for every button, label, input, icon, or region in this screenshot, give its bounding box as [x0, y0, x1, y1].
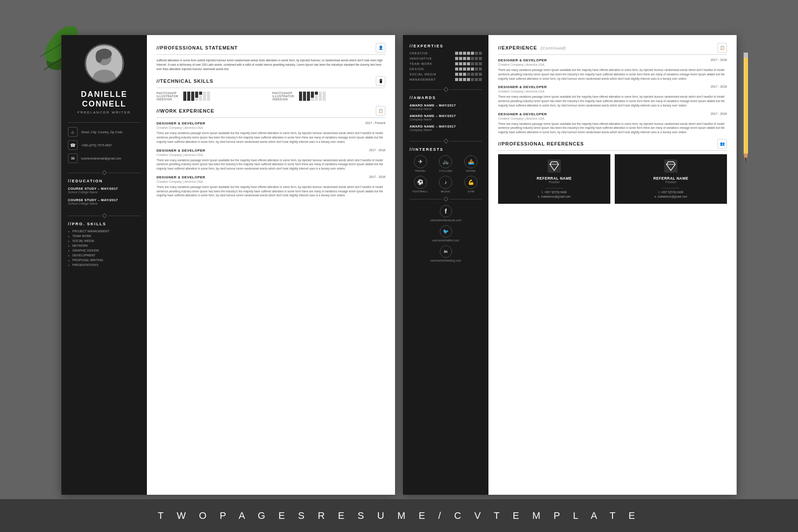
edot — [475, 52, 478, 55]
experience-icon: 📋 — [717, 43, 727, 53]
ref-phone-1: t. +097 5(578) 6489 — [538, 190, 571, 195]
ref-card-1: REFERRAL NAME Position t. +097 5(578) 64… — [498, 154, 610, 204]
job1-title: DESIGNER & DEVELOPER — [157, 121, 205, 125]
edot — [459, 52, 462, 55]
teamwork-label: TEAM WORK — [410, 62, 432, 65]
dot — [191, 92, 194, 95]
dot — [195, 92, 198, 95]
avatar — [85, 44, 124, 83]
ref-phone-2: t. +097 5(578) 6489 — [655, 190, 688, 195]
dot-empty — [199, 95, 202, 98]
pencil-decoration — [742, 53, 750, 167]
sidebar-page1: DANIELLE CONNELL FREELANCER WRITER ⌂ Str… — [61, 35, 147, 495]
interest-kayak: 🚣 KAYAK — [460, 155, 482, 172]
p2-job3-title: DESIGNER & DEVELOPER — [498, 112, 547, 116]
email-item: ✉ luisebranlaramail@gmail.com — [68, 153, 140, 163]
cycling-label: CYCLING — [439, 170, 452, 172]
expertise-creative: CREATIVE — [410, 52, 482, 55]
edot — [455, 67, 458, 71]
professional-statement-title: //PROFESSIONAL STATEMENT — [157, 45, 238, 50]
edot — [455, 73, 458, 76]
edot — [475, 73, 478, 76]
award-name-1: AWARD NAME – MAY/2017 — [410, 103, 482, 107]
interests-title: //INTERESTS — [410, 147, 482, 152]
skill-team-work: TEAM WORK — [68, 234, 140, 238]
skill-graphic-design: GRAPHIC DESIGN — [68, 249, 140, 252]
dot-empty — [315, 98, 318, 101]
phone-item: ☎ +060-(875)-7575-6997 — [68, 140, 140, 150]
dot-empty — [319, 98, 322, 101]
pro-skills-list: PROJECT MANAGEMENT TEAM WORK SOCIAL MEDI… — [68, 230, 140, 268]
diamond-divider-4 — [410, 139, 482, 143]
job1-company: Creative Company | America USA. — [157, 126, 385, 129]
ref-name-2: REFERRAL NAME — [653, 176, 688, 181]
job1-description: There are many variations passage lorem … — [157, 131, 385, 144]
references-icon: 👥 — [717, 139, 727, 149]
main-content-page2: //EXPERIENCE (Continued) 📋 DESIGNER & DE… — [488, 35, 737, 495]
ref-contact-2: t. +097 5(578) 6489 e. mailadress@gmail.… — [655, 190, 688, 199]
expertise-socialmedia: SOCIAL MEDIA — [410, 73, 482, 76]
job-title: FREELANCER WRITER — [78, 110, 131, 114]
ref-icon-2 — [664, 160, 677, 173]
illustrator-dots-2 — [299, 95, 326, 98]
dot — [307, 98, 310, 101]
edot — [471, 52, 474, 55]
dot — [199, 92, 202, 95]
edot — [471, 62, 474, 65]
dot — [195, 95, 198, 98]
ref-divider-2 — [662, 188, 680, 188]
job2-title: DESIGNER & DEVELOPER — [157, 149, 205, 153]
edot — [467, 52, 470, 55]
experience-subtitle: (Continued) — [541, 46, 566, 50]
edot — [463, 57, 466, 60]
expertise-innovative: INNOVATIVE — [410, 57, 482, 60]
edu-school-1: School College Name — [68, 191, 140, 194]
work-experience-header: //WORK EXPERIENCE 📋 — [157, 106, 385, 118]
edu-course-1: COURSE STUDY – MAY/2017 — [68, 187, 140, 191]
illustrator-dots-1 — [183, 95, 210, 98]
design-dots — [455, 67, 482, 71]
edot — [475, 67, 478, 71]
dot-empty — [195, 98, 198, 101]
dot — [307, 95, 310, 98]
edot — [455, 52, 458, 55]
page-1: DANIELLE CONNELL FREELANCER WRITER ⌂ Str… — [61, 35, 395, 495]
work-icon: 📋 — [376, 106, 385, 116]
management-label: MANAGEMENT — [410, 78, 436, 81]
football-icon: ⚽ — [414, 176, 427, 189]
technical-skills-title: //TECHNICAL SKILLS — [157, 78, 214, 84]
ref-divider-1 — [545, 188, 563, 188]
divider — [68, 122, 140, 123]
dot — [183, 98, 186, 101]
skill-photoshop-2: PHOTOSHOP — [272, 92, 385, 95]
twitter-icon: 🐦 — [440, 225, 452, 238]
diamond-icon-2 — [102, 213, 107, 218]
p2-job2-header: DESIGNER & DEVELOPER 2017 - 2018 — [498, 85, 727, 89]
dot-empty — [199, 98, 202, 101]
job3-header: DESIGNER & DEVELOPER 2017 - 2018 — [157, 175, 385, 179]
edot — [479, 78, 482, 81]
edot — [471, 78, 474, 81]
edot — [467, 67, 470, 71]
awards-title: //AWARDS — [410, 96, 482, 100]
sidebar-page2: //EXPERTIES CREATIVE INNOVATIVE TEAM WOR… — [403, 35, 488, 495]
page-2: //EXPERTIES CREATIVE INNOVATIVE TEAM WOR… — [403, 35, 737, 495]
illustrator-label-1: ILLUSTRATOR — [157, 95, 181, 98]
pages-container: DANIELLE CONNELL FREELANCER WRITER ⌂ Str… — [61, 35, 737, 495]
dot — [187, 98, 190, 101]
travel-icon: ✈ — [414, 155, 427, 168]
award-2: AWARD NAME – MAY/2017 Company Name — [410, 114, 482, 121]
job3-date: 2017 - 2018 — [369, 175, 385, 179]
socialmedia-dots — [455, 73, 482, 76]
edot — [475, 78, 478, 81]
p2-job1-header: DESIGNER & DEVELOPER 2017 - 2018 — [498, 58, 727, 62]
experience-title-text: //EXPERIENCE — [498, 45, 537, 50]
edot — [467, 57, 470, 60]
dot-empty — [203, 95, 206, 98]
dot — [303, 92, 306, 95]
edot — [471, 67, 474, 71]
dot-empty — [315, 95, 318, 98]
edot — [479, 67, 482, 71]
p2-job3-company: Creative Company | America USA. — [498, 117, 727, 120]
diamond-icon — [102, 170, 107, 175]
